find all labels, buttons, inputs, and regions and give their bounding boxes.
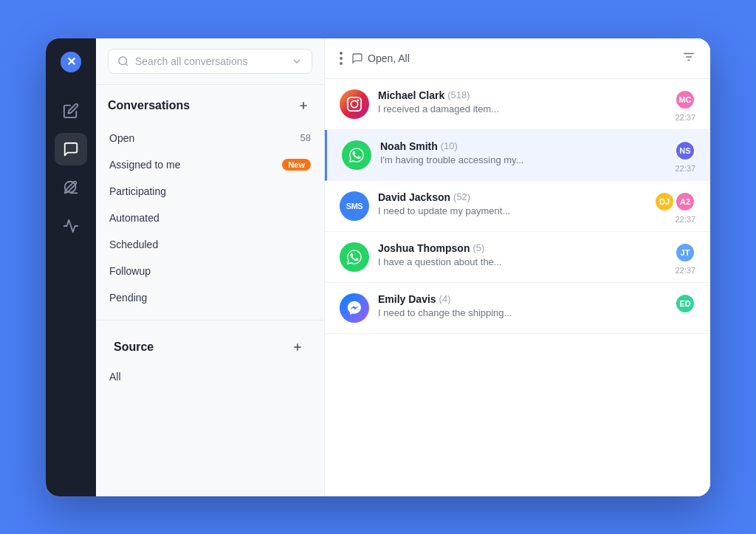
search-icon [117,55,129,67]
conv-time: 22:37 [675,113,695,122]
conv-meta: DJA2 [654,191,695,212]
conv-count: (5) [472,242,484,253]
nav-sidebar: ✕ [46,38,96,496]
avatar: NS [675,140,695,161]
source-title: Source [114,340,154,354]
conv-name-text: Joshua Thompson [378,242,470,254]
conv-name-text: Emily Davis [378,293,436,305]
nav-item-reports[interactable] [55,171,87,204]
conv-content: Emily Davis (4)I need to change the ship… [378,293,666,318]
channel-icon-instagram [340,89,369,119]
conv-meta: MC [675,89,695,110]
menu-item-open[interactable]: Open 58 [102,125,318,151]
svg-point-14 [357,99,360,101]
svg-point-2 [65,181,76,192]
conv-time: 22:37 [675,266,695,275]
conv-message: I need to update my payment... [378,205,645,216]
search-input-wrapper[interactable]: Search all conversations [108,49,312,74]
source-section: Source All [96,326,324,390]
svg-text:✕: ✕ [66,55,76,68]
menu-item-followup[interactable]: Followup [102,258,318,284]
channel-icon-whatsapp [340,242,369,272]
header-filter-label: Open, All [351,52,410,64]
main-header: Open, All [325,38,710,79]
conv-content: Michael Clark (518)I received a damaged … [378,89,666,114]
dot-3 [340,62,343,65]
avatar: ED [675,293,695,314]
avatar: MC [675,89,695,110]
left-panel: Search all conversations Conversations O… [96,38,325,496]
svg-rect-12 [348,97,361,110]
svg-point-13 [351,100,357,107]
conversation-item-3[interactable]: SMSDavid Jackson (52)I need to update my… [325,181,710,232]
conv-name: Emily Davis (4) [378,293,666,305]
conv-content: David Jackson (52)I need to update my pa… [378,191,645,216]
conversations-menu-list: Open 58 Assigned to me New Participating… [96,122,324,314]
conv-count: (518) [447,89,470,100]
conv-message: I have a question about the... [378,256,666,267]
conv-name: Noah Smith (10) [380,140,666,152]
menu-item-pending[interactable]: Pending [102,284,318,311]
menu-item-scheduled[interactable]: Scheduled [102,231,318,258]
add-source-button[interactable] [289,338,306,356]
conversations-title: Conversations [108,99,190,112]
conv-content: Joshua Thompson (5)I have a question abo… [378,242,666,267]
svg-point-3 [119,57,127,65]
avatar: JT [675,242,695,263]
conv-name: David Jackson (52) [378,191,645,203]
menu-item-assigned[interactable]: Assigned to me New [102,151,318,178]
conv-message: I'm having trouble accessing my... [380,154,666,165]
search-placeholder: Search all conversations [135,55,285,67]
nav-item-conversations[interactable] [55,133,87,165]
channel-icon-sms: SMS [340,191,369,221]
conversations-section-header: Conversations [96,85,324,122]
conv-name: Michael Clark (518) [378,89,666,101]
conv-count: (4) [439,293,451,304]
conversation-list: Michael Clark (518)I received a damaged … [325,79,710,496]
menu-item-participating[interactable]: Participating [102,178,318,205]
conv-count: (10) [441,140,458,151]
search-bar: Search all conversations [96,38,324,85]
app-logo: ✕ [59,50,83,77]
conv-count: (52) [453,191,470,202]
conv-time: 22:37 [675,215,695,224]
channel-icon-whatsapp [342,140,371,170]
filter-button[interactable] [682,50,695,66]
conv-name-text: Michael Clark [378,89,444,101]
avatar: DJ [654,191,675,212]
main-panel: Open, All Michael Clark (518)I received … [325,38,710,496]
source-section-header: Source [102,326,318,363]
dot-1 [340,52,343,55]
conversation-item-2[interactable]: Noah Smith (10)I'm having trouble access… [325,130,710,181]
chat-icon [351,52,363,64]
conv-meta: ED [675,293,695,314]
header-left: Open, All [340,52,410,65]
svg-line-4 [126,64,128,66]
dot-2 [340,57,343,60]
add-conversation-button[interactable] [295,97,312,114]
conv-time: 22:37 [675,164,695,173]
conv-name-text: Noah Smith [380,140,438,152]
options-button[interactable] [340,52,343,65]
chevron-down-icon [291,55,303,67]
nav-item-analytics[interactable] [55,210,87,242]
conversation-item-4[interactable]: Joshua Thompson (5)I have a question abo… [325,232,710,283]
conv-name: Joshua Thompson (5) [378,242,666,254]
nav-item-edit[interactable] [55,95,87,127]
conv-content: Noah Smith (10)I'm having trouble access… [380,140,666,165]
avatar: A2 [675,191,695,212]
conversation-item-5[interactable]: Emily Davis (4)I need to change the ship… [325,283,710,334]
conv-message: I need to change the shipping... [378,307,666,318]
menu-item-all[interactable]: All [102,363,318,390]
conversation-item-1[interactable]: Michael Clark (518)I received a damaged … [325,79,710,130]
menu-item-automated[interactable]: Automated [102,205,318,231]
conv-name-text: David Jackson [378,191,450,203]
channel-icon-messenger [340,293,369,323]
conv-message: I received a damaged item... [378,103,666,114]
conv-meta: JT [675,242,695,263]
divider [96,320,324,321]
conv-meta: NS [675,140,695,161]
